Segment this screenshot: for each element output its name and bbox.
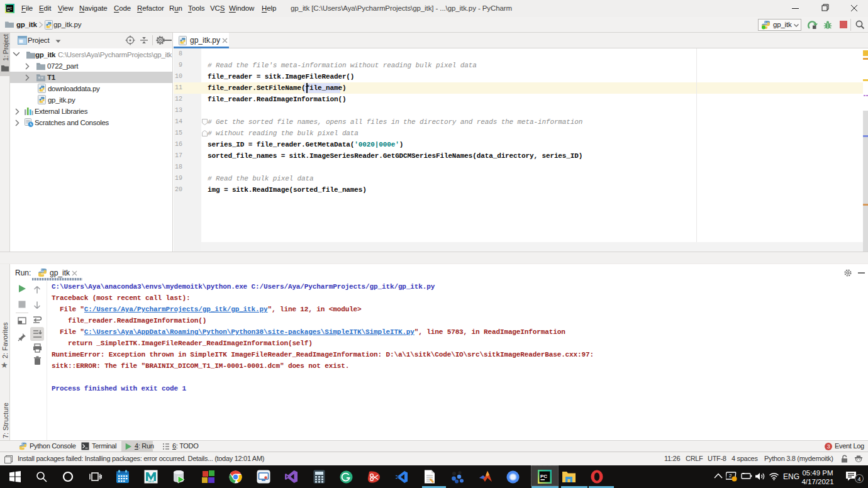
svg-text:2: 2 [729, 473, 732, 479]
svg-text:PC: PC [540, 474, 547, 479]
svg-text:PC: PC [7, 6, 13, 10]
svg-text:MAYA: MAYA [148, 480, 154, 483]
svg-text:4: 4 [857, 476, 860, 482]
